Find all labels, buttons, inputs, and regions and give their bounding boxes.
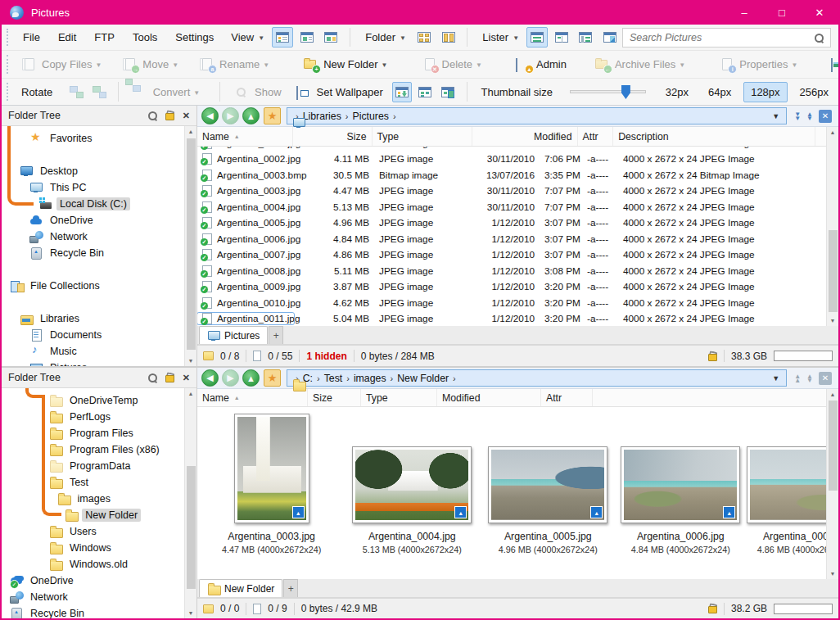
column-size[interactable]: Size bbox=[308, 389, 361, 406]
thumbnail-argentina-0003-jpg[interactable]: ▲Argentina_0003.jpg4.47 MB (4000x2672x24… bbox=[222, 414, 321, 554]
lock-status-icon[interactable] bbox=[708, 351, 717, 361]
show-button[interactable]: Show bbox=[227, 81, 289, 103]
favorites-button[interactable]: ★ bbox=[264, 369, 281, 387]
menu-ftp[interactable]: FTP bbox=[85, 31, 124, 43]
tree-scrollbar[interactable]: ▲ ▼ bbox=[184, 388, 196, 618]
forward-button[interactable]: ▶ bbox=[222, 369, 239, 387]
toolbar-drag-handle[interactable] bbox=[7, 83, 8, 101]
forward-button[interactable]: ▶ bbox=[222, 107, 239, 124]
thumbnail-size-slider[interactable] bbox=[570, 90, 646, 93]
back-button[interactable]: ◀ bbox=[201, 369, 219, 387]
rotate-left-button[interactable] bbox=[66, 82, 86, 102]
column-description[interactable]: Description bbox=[613, 127, 815, 146]
thumbnail-argentina-0004-jpg[interactable]: ▲Argentina_0004.jpg5.13 MB (4000x2672x24… bbox=[352, 446, 472, 554]
tile-layout-button[interactable] bbox=[415, 82, 435, 102]
thumbnail-argentina-0006-jpg[interactable]: ▲Argentina_0006.jpg4.84 MB (4000x2672x24… bbox=[621, 446, 740, 554]
tree-search-icon[interactable] bbox=[147, 111, 157, 120]
thumbnail-argentina-0005-jpg[interactable]: ▲Argentina_0005.jpg4.96 MB (4000x2672x24… bbox=[488, 446, 607, 554]
column-attr[interactable]: Attr bbox=[541, 389, 593, 406]
lock-status-icon[interactable] bbox=[708, 604, 717, 613]
column-type[interactable]: Type bbox=[361, 389, 437, 406]
tree-item-pictures[interactable]: Pictures bbox=[2, 360, 196, 366]
tree-item-program-files[interactable]: Program Files bbox=[2, 425, 196, 441]
maximize-button[interactable]: □ bbox=[763, 0, 801, 25]
size-preset-128px[interactable]: 128px bbox=[743, 82, 787, 102]
view-details-button[interactable] bbox=[272, 27, 293, 48]
file-row-argentina-0011-jpg[interactable]: ✓Argentina_0011.jpg5.04 MBJPEG image1/12… bbox=[197, 311, 838, 327]
tree-item-music[interactable]: Music bbox=[2, 343, 196, 360]
lister-dropdown[interactable]: Lister bbox=[482, 31, 508, 43]
rotate-right-button[interactable] bbox=[90, 82, 110, 102]
swap-panes-icon[interactable]: ▼▼ bbox=[794, 112, 801, 120]
tree-item-network[interactable]: Network bbox=[2, 589, 196, 605]
breadcrumb-libraries[interactable]: Libraries bbox=[300, 111, 345, 122]
tree-item-libraries[interactable]: Libraries bbox=[2, 310, 196, 327]
path-dropdown-icon[interactable]: ▼ bbox=[772, 374, 781, 382]
tree-item-programdata[interactable]: ProgramData bbox=[2, 458, 196, 474]
view-thumbnails-button[interactable] bbox=[296, 27, 318, 48]
tree-item-new-folder[interactable]: New Folder bbox=[2, 507, 196, 523]
convert-button[interactable]: Convert▼ bbox=[125, 81, 213, 103]
tree-close-icon[interactable]: ✕ bbox=[183, 373, 190, 383]
tree-unlock-icon[interactable] bbox=[165, 373, 174, 382]
lister-tree-button[interactable] bbox=[575, 27, 596, 48]
scroll-down-arrow[interactable]: ▼ bbox=[185, 355, 196, 366]
file-row-argentina-0008-jpg[interactable]: ✓Argentina_0008.jpg5.11 MBJPEG image1/12… bbox=[197, 263, 838, 279]
tree-item-onedrive[interactable]: OneDrive bbox=[2, 212, 196, 229]
tree-search-icon[interactable] bbox=[147, 373, 157, 382]
tree-item-onedrive[interactable]: OneDrive bbox=[2, 572, 196, 589]
scroll-down-arrow[interactable]: ▼ bbox=[827, 568, 838, 579]
column-attr[interactable]: Attr bbox=[578, 127, 614, 146]
close-pane-icon[interactable]: ✕ bbox=[819, 110, 832, 123]
scroll-up-arrow[interactable]: ▲ bbox=[827, 389, 838, 400]
column-name[interactable]: Name▲ bbox=[197, 127, 293, 146]
move-pane-icon[interactable]: ▲▼ bbox=[806, 374, 813, 382]
up-button[interactable]: ▲ bbox=[242, 107, 260, 124]
column-modified[interactable]: Modified bbox=[472, 127, 577, 146]
tree-item-onedrivetemp[interactable]: OneDriveTemp bbox=[2, 392, 196, 409]
admin-button[interactable]: ▲Admin bbox=[508, 53, 574, 75]
copy-files-button[interactable]: Copy Files▼ bbox=[14, 53, 115, 75]
scroll-down-arrow[interactable]: ▼ bbox=[185, 608, 196, 618]
new-folder-button[interactable]: +New Folder▼ bbox=[296, 53, 400, 75]
toolbar-drag-handle[interactable] bbox=[7, 29, 8, 46]
scroll-thumb[interactable] bbox=[187, 138, 196, 350]
file-row-argentina-0003-bmp[interactable]: ✓Argentina_0003.bmp30.5 MBBitmap image13… bbox=[197, 167, 838, 183]
tree-close-icon[interactable]: ✕ bbox=[183, 111, 190, 121]
toolbar-drag-handle[interactable] bbox=[7, 55, 8, 74]
search-input[interactable] bbox=[630, 32, 814, 43]
folder-dual-button[interactable] bbox=[438, 27, 459, 48]
close-button[interactable]: ✕ bbox=[801, 0, 838, 25]
move-pane-icon[interactable]: ▲▼ bbox=[806, 112, 813, 120]
tree-item-documents[interactable]: Documents bbox=[2, 327, 196, 343]
bottom-path-field[interactable]: ›C:›Test›images›New Folder› ▼ bbox=[287, 369, 787, 387]
swap-panes-icon[interactable]: ▲▲ bbox=[794, 374, 801, 382]
tree-item-program-files-x86[interactable]: Program Files (x86) bbox=[2, 441, 196, 458]
tab-new-folder[interactable]: New Folder bbox=[199, 579, 282, 597]
slideshow-button[interactable]: Slideshow▼ bbox=[824, 53, 840, 75]
thumbnail-argentina-0007-jpg[interactable]: ▲Argentina_0007.jpg4.86 MB (4000x2672x24… bbox=[747, 446, 838, 554]
file-row-argentina-0004-jpg[interactable]: ✓Argentina_0004.jpg5.13 MBJPEG image30/1… bbox=[197, 199, 838, 215]
tree-item-file-collections[interactable]: File Collections bbox=[2, 278, 196, 294]
file-row-argentina-0006-jpg[interactable]: ✓Argentina_0006.jpg4.84 MBJPEG image1/12… bbox=[197, 231, 838, 247]
column-name[interactable]: Name▲ bbox=[197, 389, 308, 406]
tree-item-recycle-bin[interactable]: Recycle Bin bbox=[2, 605, 196, 618]
column-type[interactable]: Type bbox=[373, 127, 473, 146]
tree-item-windows[interactable]: Windows bbox=[2, 540, 196, 556]
file-row-argentina-0005-jpg[interactable]: ✓Argentina_0005.jpg4.96 MBJPEG image1/12… bbox=[197, 215, 838, 232]
scroll-thumb[interactable] bbox=[829, 401, 838, 491]
paste-into-button[interactable] bbox=[392, 82, 412, 102]
folder-format-button[interactable] bbox=[413, 27, 435, 48]
tree-scrollbar[interactable]: ▲ ▼ bbox=[184, 126, 196, 366]
lister-viewer-button[interactable] bbox=[599, 27, 621, 48]
menu-tools[interactable]: Tools bbox=[124, 31, 166, 43]
move-button[interactable]: →Move▼ bbox=[115, 53, 192, 75]
tree-item-images[interactable]: images bbox=[2, 491, 196, 507]
menu-edit[interactable]: Edit bbox=[49, 31, 85, 43]
breadcrumb-pictures[interactable]: Pictures bbox=[350, 111, 392, 122]
breadcrumb-new-folder[interactable]: New Folder bbox=[394, 373, 452, 384]
back-button[interactable]: ◀ bbox=[201, 107, 219, 124]
rename-button[interactable]: aRename▼ bbox=[192, 53, 282, 75]
column-modified[interactable]: Modified bbox=[437, 389, 541, 406]
tab-pictures[interactable]: Pictures bbox=[199, 326, 268, 344]
